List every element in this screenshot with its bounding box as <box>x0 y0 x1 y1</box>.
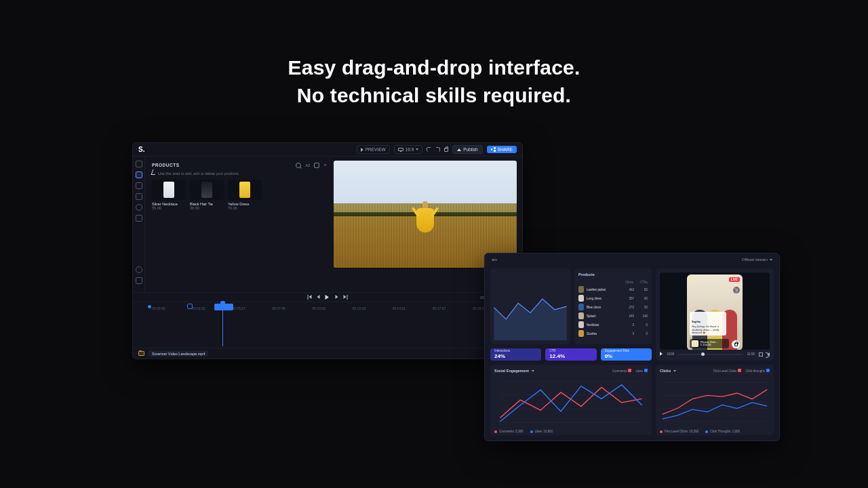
product-card[interactable]: Black Hair Tie 20.00 <box>190 180 224 210</box>
publish-button[interactable]: Publish <box>452 145 482 154</box>
upload-products-icon[interactable] <box>314 163 319 168</box>
expand-icon[interactable] <box>759 352 763 357</box>
viewers-area-chart <box>493 287 568 340</box>
social-line-chart <box>493 377 649 427</box>
video-preview[interactable] <box>334 161 517 268</box>
products-card-rows: Leather jacket 462 82 Long dress 357 60 … <box>578 286 648 337</box>
add-product-icon[interactable]: + <box>323 162 327 168</box>
products-list: Silver Necklace 55.00 Black Hair Tie 20.… <box>152 180 327 210</box>
products-panel: PRODUCTS AZ + Use this area to add, edit… <box>145 157 334 292</box>
legend-item[interactable]: First Level Clicks <box>713 369 741 373</box>
folder-icon[interactable] <box>138 351 144 356</box>
product-row-clicks: 3 <box>623 332 634 336</box>
sidebar-settings-icon[interactable] <box>136 215 142 222</box>
chart-footer-item: Comments: 5,390 <box>494 430 524 433</box>
legend-item[interactable]: Likes <box>635 369 648 373</box>
products-card-title: Products <box>578 272 648 277</box>
chart-footer-item: First Level Clicks: 10,392 <box>660 430 698 433</box>
search-icon[interactable] <box>296 163 301 168</box>
sidebar-products-icon[interactable] <box>136 171 142 178</box>
preview-button[interactable]: PREVIEW <box>357 145 390 154</box>
stream-selector[interactable]: Official stream <box>742 258 772 262</box>
skip-start-icon[interactable] <box>308 295 313 300</box>
legend-item[interactable]: Comments <box>612 369 632 373</box>
timeline-mark: 00:14:21 <box>393 306 433 310</box>
aspect-ratio-value: 16:9 <box>406 147 414 152</box>
volume-icon[interactable] <box>767 352 770 357</box>
kpi-value: 0% <box>605 353 648 359</box>
share-label: SHARE <box>498 147 513 152</box>
aspect-ratio-select[interactable]: 16:9 <box>394 145 423 154</box>
undo-icon[interactable] <box>427 146 432 152</box>
product-price: 55.00 <box>152 206 186 210</box>
product-price: 20.00 <box>190 206 224 210</box>
redo-icon[interactable] <box>435 146 441 152</box>
clicks-card: Clicks First Level ClicksClick-throughs … <box>656 365 774 435</box>
product-row-cta: 82 <box>637 288 648 291</box>
timeline[interactable]: 00:00:0000:02:2200:05:2700:07:4500:10:03… <box>133 302 522 349</box>
share-button[interactable]: SHARE <box>487 146 517 153</box>
product-thumb <box>228 180 262 200</box>
kpi-1: CTR 12.4% <box>545 348 596 361</box>
product-row[interactable]: Blue dress 272 50 <box>578 304 648 310</box>
monitor-icon <box>398 148 403 151</box>
product-row-cta: 0 <box>637 332 648 336</box>
product-thumb <box>190 180 224 200</box>
product-row[interactable]: Necklace 3 0 <box>578 321 648 328</box>
headline-line-1: Easy drag-and-drop interface. <box>288 56 580 79</box>
play-icon[interactable] <box>326 295 330 300</box>
stream-seekbar[interactable] <box>678 354 743 355</box>
viewers-card <box>490 268 570 344</box>
preview-label: PREVIEW <box>366 147 386 152</box>
product-row-name: Blue dress <box>587 306 620 309</box>
chart-footer-item: Click Throughs: 1,600 <box>705 430 740 433</box>
source-file-chip[interactable]: Smartzer Video Landscape.mp4 <box>149 350 208 357</box>
product-row[interactable]: Leather jacket 462 82 <box>578 286 648 293</box>
product-row-name: Scarfes <box>587 332 620 336</box>
live-stream-preview[interactable]: LIVE Sophie Hey darlings, the blazer is … <box>660 272 770 350</box>
sort-az[interactable]: AZ <box>305 163 310 167</box>
product-row[interactable]: Splash 245 140 <box>578 312 648 319</box>
timeline-playhead[interactable] <box>222 303 223 346</box>
timeline-start-marker[interactable] <box>148 305 151 308</box>
social-footer: Comments: 5,390Likes: 10,661 <box>494 430 553 433</box>
skip-end-icon[interactable] <box>343 295 348 300</box>
sidebar-text-icon[interactable] <box>136 193 142 200</box>
products-title: PRODUCTS <box>152 163 179 167</box>
product-row-thumb <box>578 312 584 319</box>
product-price: 70.00 <box>228 206 262 210</box>
lock-icon[interactable] <box>444 148 448 152</box>
stream-product-pill[interactable]: Fitness Stret…€ 154.50 <box>690 339 729 348</box>
product-row-cta: 0 <box>637 323 648 327</box>
publish-label: Publish <box>463 147 477 152</box>
editor-topbar: S. PREVIEW 16:9 Publish SHARE <box>133 143 522 157</box>
marketing-headline: Easy drag-and-drop interface. No technic… <box>0 54 868 109</box>
stream-play-icon[interactable] <box>660 352 663 357</box>
timeline-loop-marker[interactable] <box>187 304 193 309</box>
product-row[interactable]: Scarfes 3 0 <box>578 330 648 337</box>
chevron-down-icon <box>770 259 772 261</box>
bag-icon <box>734 343 738 346</box>
sidebar-shapes-icon[interactable] <box>136 204 142 211</box>
product-card[interactable]: Silver Necklace 55.00 <box>152 180 186 210</box>
stream-cart-button[interactable] <box>732 340 740 348</box>
product-card[interactable]: Yellow Dress 70.00 <box>228 180 262 210</box>
stream-time-current: 13:00 <box>667 352 674 356</box>
share-icon <box>491 147 496 152</box>
step-back-icon[interactable] <box>317 295 321 300</box>
sidebar-layers-icon[interactable] <box>136 161 142 167</box>
product-row-clicks: 245 <box>623 314 634 318</box>
sidebar-home-icon[interactable] <box>136 277 142 284</box>
timeline-mark: 00:05:27 <box>232 306 272 310</box>
product-row[interactable]: Long dress 357 60 <box>578 295 648 302</box>
stream-phone-frame: LIVE Sophie Hey darlings, the blazer is … <box>687 274 743 350</box>
product-row-thumb <box>578 321 584 328</box>
product-row-clicks: 3 <box>623 323 634 327</box>
sidebar-gear-icon[interactable] <box>136 266 142 273</box>
product-row-thumb <box>578 286 584 293</box>
legend-item[interactable]: Click-throughs <box>745 369 770 373</box>
product-row-name: Leather jacket <box>587 288 620 291</box>
headline-line-2: No technical skills required. <box>297 84 571 106</box>
step-forward-icon[interactable] <box>334 295 339 300</box>
sidebar-media-icon[interactable] <box>136 182 142 189</box>
